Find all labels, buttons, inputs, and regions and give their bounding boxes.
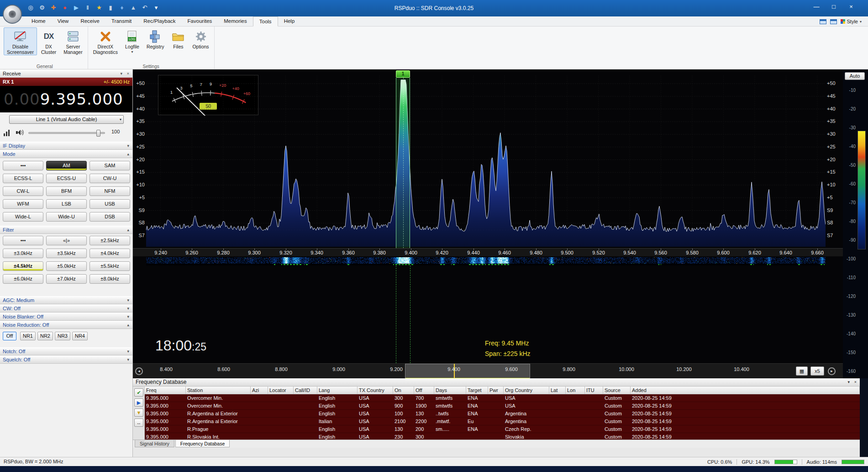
chevron-down-icon[interactable]: ▾ bbox=[127, 313, 129, 321]
speaker-icon[interactable] bbox=[16, 129, 24, 138]
mode-button-sam[interactable]: SAM bbox=[89, 161, 130, 170]
apply-check-icon[interactable]: ✔ bbox=[134, 388, 143, 397]
chevron-down-icon[interactable]: ▾ bbox=[127, 142, 129, 150]
column-header-lat[interactable]: Lat bbox=[549, 387, 566, 394]
ribbon-button-disable-screensaver[interactable]: DisableScreensaver bbox=[4, 27, 37, 55]
column-header-lang[interactable]: Lang bbox=[317, 387, 358, 394]
frequency-display[interactable]: 0.009.395.000 bbox=[0, 86, 132, 112]
column-header-off[interactable]: Off bbox=[414, 387, 434, 394]
spectrum-plot[interactable] bbox=[146, 76, 826, 247]
panel-menu-arrow-icon[interactable]: ▾ bbox=[120, 70, 122, 78]
chevron-down-icon[interactable]: ▾ bbox=[127, 297, 129, 304]
volume-slider-thumb[interactable] bbox=[96, 130, 100, 137]
waterfall-strip[interactable] bbox=[146, 257, 826, 265]
mode-button-dsb[interactable]: DSB bbox=[89, 212, 130, 222]
mode-button-cw-l[interactable]: CW-L bbox=[3, 186, 43, 196]
table-row[interactable]: 9.395.000R.Argentina al ExteriorEnglishU… bbox=[145, 410, 860, 418]
nr-button-nr2[interactable]: NR2 bbox=[37, 332, 53, 340]
filter-funnel-icon[interactable]: ▼ bbox=[134, 408, 143, 417]
ribbon-button-files[interactable]: Files bbox=[168, 27, 188, 50]
section-header-if-display[interactable]: IF Display▾ bbox=[0, 142, 132, 150]
mode-button-dots[interactable]: ••• bbox=[3, 161, 43, 170]
keyboard-entry-button[interactable]: ▦ bbox=[796, 366, 808, 376]
mode-button-ecss-u[interactable]: ECSS-U bbox=[46, 174, 87, 183]
tab-frequency-database[interactable]: Frequency Database bbox=[175, 440, 230, 447]
mode-button-wfm[interactable]: WFM bbox=[3, 199, 43, 209]
volume-slider[interactable] bbox=[28, 132, 105, 134]
filter-button-2-5khz[interactable]: ±2.5kHz bbox=[89, 236, 130, 245]
mode-button-usb[interactable]: USB bbox=[89, 199, 130, 209]
tab-tools[interactable]: Tools bbox=[253, 16, 278, 27]
section-header-notch[interactable]: Notch: Off▾ bbox=[0, 347, 132, 355]
tab-help[interactable]: Help bbox=[278, 16, 301, 27]
application-menu-orb[interactable] bbox=[3, 5, 22, 24]
panel-menu-arrow-icon[interactable]: ▾ bbox=[847, 378, 850, 386]
section-header-agc[interactable]: AGC: Medium▾ bbox=[0, 296, 132, 304]
panel-close-icon[interactable]: × bbox=[127, 70, 129, 78]
table-row[interactable]: 9.395.000R.Argentina al ExteriorItalianU… bbox=[145, 418, 860, 425]
mode-button-cw-u[interactable]: CW-U bbox=[89, 174, 130, 183]
tab-view[interactable]: View bbox=[52, 16, 75, 27]
column-header-azi[interactable]: Azi bbox=[251, 387, 268, 394]
column-header-locator[interactable]: Locator bbox=[268, 387, 294, 394]
section-header-squelch[interactable]: Squelch: Off▾ bbox=[0, 355, 132, 364]
column-header-days[interactable]: Days bbox=[434, 387, 466, 394]
tuning-band-overlay[interactable] bbox=[396, 78, 410, 248]
audio-device-select[interactable]: Line 1 (Virtual Audio Cable) ▾ bbox=[9, 115, 124, 124]
chevron-down-icon[interactable]: ▾ bbox=[127, 305, 129, 313]
filter-button-7-0khz[interactable]: ±7.0kHz bbox=[46, 274, 87, 284]
maximize-button[interactable]: □ bbox=[825, 0, 842, 14]
section-header-noise-blanker[interactable]: Noise Blanker: Off▾ bbox=[0, 313, 132, 321]
chevron-up-icon[interactable]: ▴ bbox=[127, 226, 129, 234]
column-header-source[interactable]: Source bbox=[603, 387, 631, 394]
nr-button-off[interactable]: Off bbox=[3, 332, 16, 340]
receive-panel-header[interactable]: Receive ▾ × bbox=[0, 69, 132, 78]
mode-button-nfm[interactable]: NFM bbox=[89, 186, 130, 196]
window-layout-alt-icon[interactable] bbox=[830, 19, 837, 24]
panel-close-icon[interactable]: × bbox=[854, 378, 857, 386]
table-row[interactable]: 9.395.000Overcomer Min.EnglishUSA300700s… bbox=[145, 394, 860, 402]
column-header-station[interactable]: Station bbox=[186, 387, 251, 394]
spectrum-frequency-scale[interactable]: 9.2409.2609.2809.3009.3209.3409.3609.380… bbox=[133, 248, 843, 256]
ribbon-button-registry[interactable]: Registry bbox=[143, 27, 168, 50]
navigator-left-arrow[interactable]: ◄ bbox=[135, 367, 143, 375]
tab-favourites[interactable]: Favourites bbox=[182, 16, 218, 27]
rx-marker-flag[interactable]: 1 bbox=[396, 70, 410, 78]
ribbon-button-directx-diagnostics[interactable]: DirectXDiagnostics bbox=[90, 27, 121, 55]
column-header-tx-country[interactable]: TX Country bbox=[358, 387, 393, 394]
tab-signal-history[interactable]: Signal History bbox=[135, 440, 174, 447]
filter-button-8-0khz[interactable]: ±8.0kHz bbox=[89, 274, 130, 284]
column-header-pwr[interactable]: Pwr bbox=[488, 387, 504, 394]
filter-button-4-0khz[interactable]: ±4.0kHz bbox=[89, 249, 130, 258]
nr-button-nr1[interactable]: NR1 bbox=[20, 332, 36, 340]
tab-receive[interactable]: Receive bbox=[74, 16, 105, 27]
window-layout-icon[interactable] bbox=[820, 19, 826, 24]
table-row[interactable]: 9.395.000R.Slovakia Int.EnglishUSA230300… bbox=[145, 433, 860, 440]
column-header-freq[interactable]: Freq bbox=[145, 387, 186, 394]
waterfall-palette-bar[interactable] bbox=[857, 131, 866, 249]
section-header-cw[interactable]: CW: Off▾ bbox=[0, 304, 132, 313]
mode-button-am[interactable]: AM bbox=[46, 161, 87, 170]
filter-button-3-0khz[interactable]: ±3.0kHz bbox=[3, 249, 43, 258]
play-lookup-icon[interactable]: ▶ bbox=[134, 398, 143, 407]
nr-button-nr4[interactable]: NR4 bbox=[72, 332, 88, 340]
zoom-button[interactable]: x5 bbox=[810, 366, 824, 376]
column-header-call-id[interactable]: Call/ID bbox=[294, 387, 317, 394]
section-header-filter[interactable]: Filter▴ bbox=[0, 226, 132, 234]
chevron-down-icon[interactable]: ▾ bbox=[127, 348, 129, 355]
table-row[interactable]: 9.395.000Overcomer Min.EnglishUSA9001900… bbox=[145, 402, 860, 410]
style-menu[interactable]: Style ▾ bbox=[841, 19, 862, 24]
navigator-right-arrow[interactable]: ► bbox=[828, 367, 836, 375]
close-button[interactable]: × bbox=[842, 0, 860, 14]
section-header-noise-reduction[interactable]: Noise Reduction: Off▴ bbox=[0, 321, 132, 329]
column-header-added[interactable]: Added bbox=[631, 387, 860, 394]
filter-button-6-0khz[interactable]: ±6.0kHz bbox=[3, 274, 43, 284]
column-header-itu[interactable]: ITU bbox=[585, 387, 603, 394]
chevron-up-icon[interactable]: ▴ bbox=[127, 321, 129, 329]
ribbon-button-server-manager[interactable]: ServerManager bbox=[60, 27, 85, 55]
table-row[interactable]: 9.395.000R.PragueEnglishUSA130200sm.....… bbox=[145, 425, 860, 433]
tab-rec-playback[interactable]: Rec/Playback bbox=[137, 16, 181, 27]
column-header-lon[interactable]: Lon bbox=[566, 387, 585, 394]
nr-button-nr3[interactable]: NR3 bbox=[55, 332, 70, 340]
tab-transmit[interactable]: Transmit bbox=[105, 16, 137, 27]
